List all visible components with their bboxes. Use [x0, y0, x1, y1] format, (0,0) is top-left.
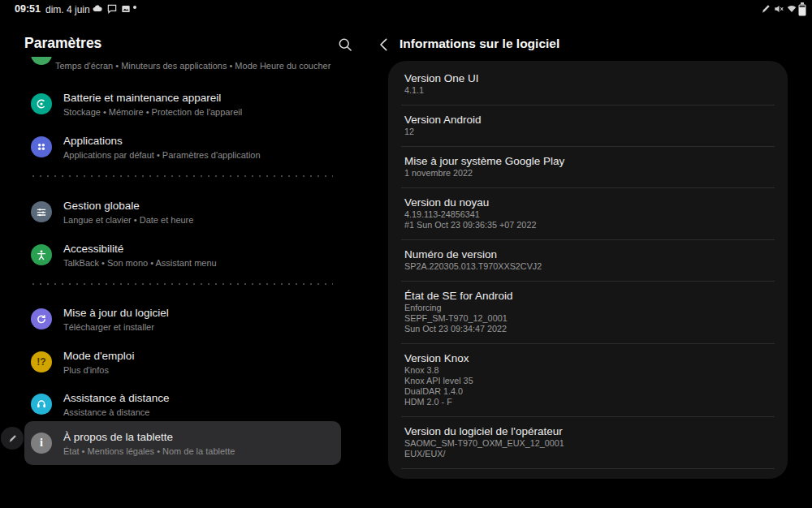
battery-maintenance-icon [31, 93, 52, 114]
settings-item-applications[interactable]: Applications Applications par défaut • P… [31, 130, 341, 164]
global-management-icon [31, 201, 52, 222]
row-divider [401, 468, 775, 469]
screenshot-icon [120, 3, 132, 15]
settings-item-title: Gestion globale [63, 199, 193, 213]
settings-item-subtitle: Langue et clavier • Date et heure [63, 214, 193, 226]
settings-item-software-update[interactable]: Mise à jour du logiciel Télécharger et i… [31, 302, 341, 336]
mute-icon [773, 3, 784, 15]
info-row-knox[interactable]: Version Knox Knox 3.8 Knox API level 35 … [388, 344, 788, 416]
accessibility-icon [31, 244, 52, 265]
settings-list: Temps d'écran • Minuteurs des applicatio… [0, 57, 369, 472]
info-row-se-status[interactable]: État de SE for Android Enforcing SEPF_SM… [388, 282, 788, 343]
settings-item-subtitle: État • Mentions légales • Nom de la tabl… [63, 446, 235, 457]
info-row-android[interactable]: Version Android 12 [388, 105, 788, 146]
pen-handle-icon[interactable] [1, 427, 24, 450]
detail-page-title: Informations sur le logiciel [400, 37, 559, 51]
taskbar: 4 [0, 479, 812, 508]
settings-item-accessibility[interactable]: Accessibilité TalkBack • Son mono • Assi… [31, 238, 341, 272]
settings-item-general-management[interactable]: Gestion globale Langue et clavier • Date… [31, 195, 341, 229]
settings-item-subtitle: Stockage • Mémoire • Protection de l'app… [63, 106, 242, 118]
digital-wellbeing-icon [31, 57, 52, 65]
info-row-build-number[interactable]: Numéro de version SP2A.220305.013.T970XX… [388, 240, 788, 281]
settings-item-remote-support[interactable]: Assistance à distance Assistance à dista… [31, 387, 341, 421]
stylus-icon [760, 3, 771, 15]
status-date: dim. 4 juin [45, 4, 90, 15]
info-row-csc[interactable]: Version du logiciel de l'opérateur SAOMC… [388, 417, 788, 468]
settings-item-title: Mise à jour du logiciel [63, 306, 169, 320]
settings-item-title: Applications [63, 134, 261, 148]
info-row-google-play[interactable]: Mise à jour système Google Play 1 novemb… [388, 147, 788, 187]
cloud-icon [92, 3, 103, 15]
settings-item-subtitle: Applications par défaut • Paramètres d'a… [63, 149, 261, 161]
info-row-oneui[interactable]: Version One UI 4.1.1 [388, 64, 788, 105]
settings-item-about-tablet[interactable]: i À propos de la tablette État • Mention… [31, 426, 341, 460]
settings-item-title: Batterie et maintenance appareil [63, 91, 242, 105]
clock: 09:51 [15, 3, 41, 15]
group-divider [32, 175, 333, 177]
software-update-icon [31, 308, 52, 329]
settings-item-user-manual[interactable]: !? Mode d'emploi Plus d'infos [31, 345, 341, 379]
info-row-kernel[interactable]: Version du noyau 4.19.113-24856341 #1 Su… [388, 188, 788, 239]
settings-item-battery[interactable]: Batterie et maintenance appareil Stockag… [31, 87, 341, 121]
message-icon [106, 3, 118, 15]
about-icon: i [31, 433, 52, 454]
user-manual-icon: !? [31, 351, 52, 372]
group-divider [32, 283, 333, 285]
settings-item-title: Mode d'emploi [63, 349, 134, 363]
back-icon[interactable] [377, 37, 393, 53]
search-icon[interactable] [337, 37, 353, 53]
settings-item-subtitle: TalkBack • Son mono • Assistant menu [63, 257, 217, 269]
battery-icon [798, 2, 810, 14]
page-title: Paramètres [24, 35, 102, 52]
settings-item-subtitle: Temps d'écran • Minuteurs des applicatio… [55, 61, 330, 71]
settings-item-subtitle: Assistance à distance [63, 407, 170, 418]
settings-item-subtitle: Plus d'infos [63, 364, 134, 376]
overflow-dot [132, 5, 144, 16]
settings-item-title: Accessibilité [63, 242, 217, 256]
settings-item-subtitle: Télécharger et installer [63, 321, 169, 333]
remote-support-icon [31, 394, 52, 415]
apps-icon [31, 136, 52, 157]
settings-item-title: À propos de la tablette [63, 430, 235, 444]
software-info-card: Version One UI 4.1.1 Version Android 12 … [388, 61, 788, 479]
wifi-icon [786, 3, 797, 15]
status-bar: 09:51 dim. 4 juin [0, 0, 812, 18]
settings-item-title: Assistance à distance [63, 391, 170, 405]
